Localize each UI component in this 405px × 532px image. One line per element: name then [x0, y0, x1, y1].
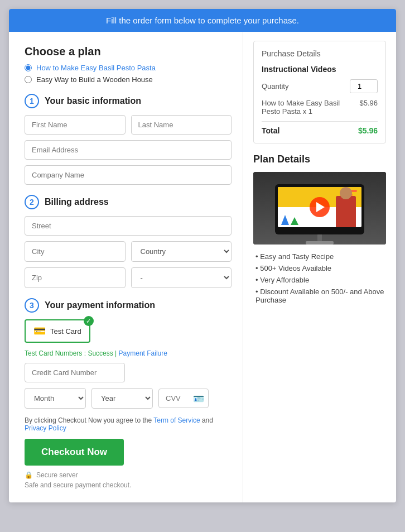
month-select[interactable]: Month — [25, 388, 86, 409]
checkout-button[interactable]: Checkout Now — [25, 439, 124, 466]
test-card-success-link[interactable]: Success — [88, 349, 113, 357]
cc-number-input[interactable] — [25, 363, 125, 382]
quantity-label: Quantity — [262, 82, 288, 90]
feature-2: 500+ Videos Available — [253, 264, 386, 272]
left-panel: Choose a plan How to Make Easy Basil Pes… — [9, 32, 243, 502]
test-card-sep: | — [113, 349, 119, 357]
feature-3: Very Affordable — [253, 276, 386, 284]
secure-info: 🔒 Secure server — [25, 471, 232, 479]
card-option[interactable]: 💳 Test Card ✓ — [25, 319, 90, 343]
secure-server-text: Secure server — [36, 471, 78, 479]
quantity-input[interactable] — [350, 79, 378, 93]
first-name-input[interactable] — [25, 115, 126, 135]
video-thumbnail[interactable] — [253, 172, 386, 245]
choose-plan-title: Choose a plan — [25, 45, 232, 58]
plan-radio-2[interactable] — [25, 76, 32, 83]
email-input[interactable] — [25, 140, 232, 160]
lock-icon: 🔒 — [25, 471, 33, 479]
item-row: How to Make Easy Basil Pesto Pasta x 1 $… — [262, 99, 378, 116]
city-input[interactable] — [25, 241, 126, 262]
section-basic-title: Your basic information — [45, 96, 141, 106]
test-card-failure-link[interactable]: Payment Failure — [119, 349, 167, 357]
terms-link-privacy[interactable]: Privacy Policy — [25, 424, 66, 432]
company-input[interactable] — [25, 165, 232, 185]
terms-prefix: By clicking Checkout Now you agree to th… — [25, 416, 153, 424]
last-name-input[interactable] — [131, 115, 232, 135]
section-num-2: 2 — [25, 195, 39, 209]
plan-details-title: Plan Details — [253, 154, 386, 165]
quantity-row: Quantity — [262, 79, 378, 93]
purchase-details-title: Purchase Details — [262, 49, 378, 58]
name-row — [25, 115, 232, 135]
total-amount: $5.96 — [358, 126, 378, 135]
feature-1: Easy and Tasty Recipe — [253, 252, 386, 261]
email-row — [25, 140, 232, 160]
zip-input[interactable] — [25, 267, 126, 288]
total-row: Total $5.96 — [262, 126, 378, 135]
expiry-cvv-row: Month Year 🪪 — [25, 388, 232, 409]
country-select[interactable]: Country — [131, 241, 232, 262]
test-card-info: Test Card Numbers : Success | Payment Fa… — [25, 349, 232, 357]
video-inner — [253, 172, 386, 245]
street-row — [25, 216, 232, 236]
section-num-1: 1 — [25, 94, 39, 108]
purchase-details-box: Purchase Details Instructional Videos Qu… — [253, 41, 386, 143]
section-payment-header: 3 Your payment information — [25, 298, 232, 313]
terms-link-tos[interactable]: Term of Service — [153, 416, 200, 424]
cc-number-row — [25, 363, 232, 382]
cvv-card-icon: 🪪 — [193, 393, 204, 404]
plan-option-1[interactable]: How to Make Easy Basil Pesto Pasta — [25, 64, 232, 72]
state-select[interactable]: - — [131, 267, 232, 288]
plan-option-2[interactable]: Easy Way to Build a Wooden House — [25, 75, 232, 84]
cvv-wrapper: 🪪 — [158, 389, 209, 408]
section-billing-header: 2 Billing address — [25, 195, 232, 209]
section-payment-title: Your payment information — [45, 300, 155, 310]
instructional-title: Instructional Videos — [262, 65, 378, 74]
section-num-3: 3 — [25, 298, 39, 313]
page-wrapper: Fill the order form below to complete yo… — [9, 9, 396, 502]
total-label: Total — [262, 126, 279, 135]
top-banner: Fill the order form below to complete yo… — [9, 9, 396, 32]
card-label: Test Card — [50, 327, 81, 336]
item-name: How to Make Easy Basil Pesto Pasta x 1 — [262, 99, 359, 116]
feature-4: Discount Available on 500/- and Above Pu… — [253, 287, 386, 304]
terms-middle: and — [200, 416, 213, 424]
secure-safe-text: Safe and secure payment checkout. — [25, 481, 232, 489]
plan-radio-1[interactable] — [25, 64, 32, 71]
content-area: Choose a plan How to Make Easy Basil Pes… — [9, 32, 396, 502]
city-country-row: Country — [25, 241, 232, 262]
zip-state-row: - — [25, 267, 232, 288]
plan-label-1: How to Make Easy Basil Pesto Pasta — [36, 64, 156, 72]
section-basic-header: 1 Your basic information — [25, 94, 232, 108]
test-card-prefix: Test Card Numbers : — [25, 349, 88, 357]
terms-text: By clicking Checkout Now you agree to th… — [25, 416, 232, 432]
company-row — [25, 165, 232, 185]
year-select[interactable]: Year — [91, 388, 153, 409]
item-price: $5.96 — [359, 99, 378, 116]
plan-features: Easy and Tasty Recipe 500+ Videos Availa… — [253, 252, 386, 304]
card-check-icon: ✓ — [84, 316, 94, 326]
street-input[interactable] — [25, 216, 232, 236]
credit-card-icon: 💳 — [33, 325, 46, 337]
right-panel: Purchase Details Instructional Videos Qu… — [243, 32, 396, 317]
banner-text: Fill the order form below to complete yo… — [106, 16, 299, 25]
section-billing-title: Billing address — [45, 197, 109, 207]
plan-label-2: Easy Way to Build a Wooden House — [36, 75, 153, 84]
